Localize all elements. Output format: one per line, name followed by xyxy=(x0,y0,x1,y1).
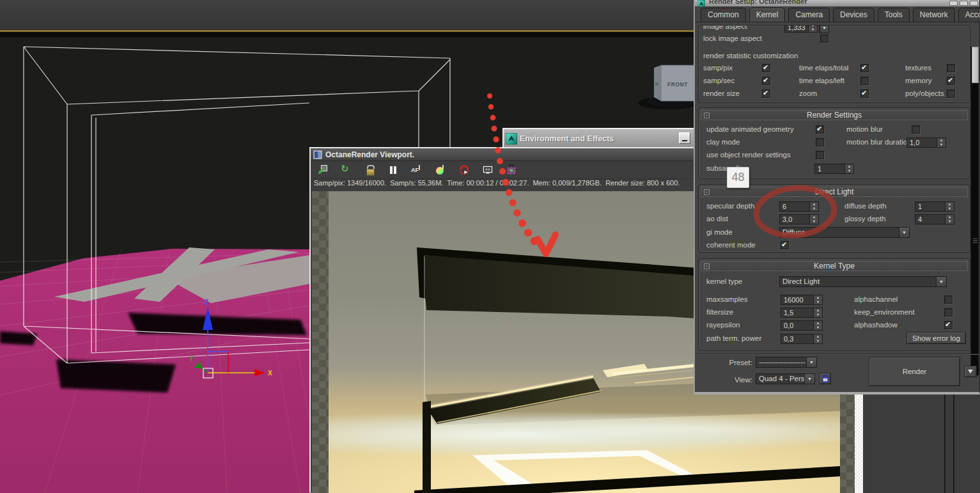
maxsamples-spinner[interactable]: 16000 xyxy=(781,295,823,305)
reset-region-icon[interactable] xyxy=(458,164,470,176)
samp-sec-checkbox[interactable] xyxy=(762,77,770,85)
tab-kernel[interactable]: Kernel xyxy=(749,8,786,22)
glossy-depth-spinner[interactable]: 4 xyxy=(915,214,954,224)
render-setup-titlebar[interactable]: Render Setup: OctaneRender xyxy=(695,0,979,6)
lock-icon[interactable] xyxy=(364,164,375,176)
filtersize-label: filtersize xyxy=(706,308,733,316)
path-term-power-spinner[interactable]: 0,3 xyxy=(781,334,823,344)
samp-pix-checkbox[interactable] xyxy=(762,64,770,72)
clay-mode-checkbox[interactable] xyxy=(816,138,824,146)
zoom-checkbox[interactable] xyxy=(860,90,869,98)
maxsamples-label: maxsamples xyxy=(706,295,748,303)
dialog-scrollbar[interactable] xyxy=(970,47,979,375)
save-image-icon[interactable] xyxy=(316,164,328,176)
view-dropdown[interactable]: Quad 4 - Perspe xyxy=(756,373,815,384)
render-size-checkbox[interactable] xyxy=(762,90,770,98)
motion-blur-checkbox[interactable] xyxy=(912,125,920,134)
stat-label: render size xyxy=(703,90,740,97)
collapse-icon[interactable] xyxy=(704,113,710,118)
gi-mode-dropdown[interactable]: Diffuse xyxy=(779,227,910,238)
time-elaps-left-checkbox[interactable] xyxy=(860,77,869,85)
use-object-settings-checkbox[interactable] xyxy=(816,151,824,159)
image-aspect-dropdown[interactable] xyxy=(819,25,829,33)
viewcube-front-label[interactable]: FRONT xyxy=(667,81,688,88)
fit-screen-icon[interactable] xyxy=(482,164,494,176)
tab-common[interactable]: Common xyxy=(701,8,746,22)
color-pick-icon[interactable] xyxy=(435,164,446,176)
dropdown-arrow-icon[interactable] xyxy=(899,228,909,237)
preset-label: Preset: xyxy=(719,359,752,366)
alphashadow-checkbox[interactable] xyxy=(944,321,953,329)
keep-environment-checkbox[interactable] xyxy=(944,308,953,317)
tab-tools[interactable]: Tools xyxy=(878,8,910,22)
tab-account[interactable]: Account xyxy=(958,8,980,22)
spinner-arrows[interactable] xyxy=(937,137,946,148)
spinner-arrows[interactable] xyxy=(814,334,823,344)
spinner-arrows[interactable] xyxy=(810,201,819,212)
autofocus-icon[interactable] xyxy=(411,164,423,176)
minimize-button[interactable] xyxy=(949,1,958,6)
restart-render-icon[interactable] xyxy=(340,164,352,176)
rollout-header[interactable]: Render Settings xyxy=(701,110,968,120)
memory-checkbox[interactable] xyxy=(947,77,955,85)
lock-region-icon[interactable] xyxy=(506,164,517,176)
spinner-arrows[interactable] xyxy=(809,25,818,33)
keep-environment-label: keep_environment xyxy=(854,308,915,316)
update-geometry-checkbox[interactable] xyxy=(816,125,824,134)
dropdown-arrow-icon[interactable] xyxy=(820,25,828,33)
environment-effects-window[interactable]: Environment and Effects xyxy=(502,128,694,148)
show-error-log-button[interactable]: Show error log xyxy=(906,332,966,344)
gi-mode-label: gi mode xyxy=(706,228,733,236)
tab-camera[interactable]: Camera xyxy=(788,8,830,22)
dropdown-arrow-icon[interactable] xyxy=(806,357,816,367)
render-setup-content: image aspect 1,333 lock image aspect ren… xyxy=(695,22,979,354)
kernel-type-dropdown[interactable]: Direct Light xyxy=(779,276,947,287)
render-options-arrow[interactable] xyxy=(964,366,977,377)
rollout-header[interactable]: Kernel Type xyxy=(701,261,968,271)
render-setup-dialog[interactable]: Render Setup: OctaneRender Common Kernel… xyxy=(694,0,980,395)
minimize-button[interactable] xyxy=(679,132,690,144)
filtersize-spinner[interactable]: 1,5 xyxy=(781,308,823,318)
spinner-arrows[interactable] xyxy=(814,295,823,305)
spinner-arrows[interactable] xyxy=(810,214,819,224)
poly-objects-checkbox[interactable] xyxy=(947,90,955,98)
ao-dist-spinner[interactable]: 3,0 xyxy=(779,214,819,224)
view-lock-button[interactable] xyxy=(819,373,831,384)
pause-icon[interactable] xyxy=(387,164,399,176)
spinner-arrows[interactable] xyxy=(814,320,823,331)
time-elaps-total-checkbox[interactable] xyxy=(860,64,869,72)
tab-devices[interactable]: Devices xyxy=(833,8,875,22)
lock-icon xyxy=(821,374,830,383)
collapse-icon[interactable] xyxy=(704,263,710,269)
rayepsilon-spinner[interactable]: 0,0 xyxy=(781,320,823,331)
stat-label: samp/pix xyxy=(703,64,733,72)
subsampling-spinner[interactable]: 1 xyxy=(814,164,854,174)
render-button[interactable]: Render xyxy=(869,357,960,386)
close-button[interactable] xyxy=(970,1,978,6)
viewcube-side-label[interactable]: N xyxy=(655,82,658,86)
alphachannel-label: alphachannel xyxy=(854,295,898,303)
stat-label: textures xyxy=(905,64,931,72)
collapse-icon[interactable] xyxy=(704,189,710,195)
spinner-arrows[interactable] xyxy=(845,164,854,174)
specular-depth-spinner[interactable]: 6 xyxy=(779,201,819,212)
rollout-header[interactable]: Direct Light xyxy=(701,187,968,197)
stat-label: memory xyxy=(905,77,932,84)
tab-network[interactable]: Network xyxy=(913,8,955,22)
dropdown-arrow-icon[interactable] xyxy=(936,277,946,286)
alphachannel-checkbox[interactable] xyxy=(944,295,953,304)
diffuse-depth-spinner[interactable]: 1 xyxy=(915,201,954,212)
lock-image-aspect-checkbox[interactable] xyxy=(820,35,828,43)
stat-label: poly/objects xyxy=(905,90,944,97)
preset-dropdown[interactable]: ------------------- xyxy=(756,357,817,368)
spinner-arrows[interactable] xyxy=(945,201,954,212)
textures-checkbox[interactable] xyxy=(947,64,955,72)
dropdown-arrow-icon[interactable] xyxy=(804,374,814,384)
image-aspect-spinner[interactable]: 1,333 xyxy=(784,25,818,33)
maximize-button[interactable] xyxy=(960,1,968,6)
spinner-arrows[interactable] xyxy=(945,214,954,224)
scrollbar-thumb[interactable] xyxy=(972,47,979,83)
spinner-arrows[interactable] xyxy=(814,308,823,318)
motion-blur-duration-spinner[interactable]: 1,0 xyxy=(906,137,946,148)
coherent-mode-checkbox[interactable] xyxy=(781,241,789,249)
